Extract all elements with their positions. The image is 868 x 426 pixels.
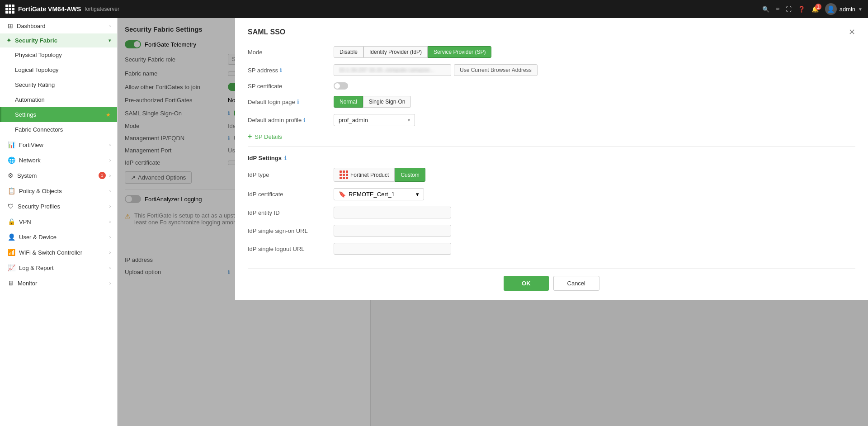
notification-bell[interactable]: 🔔 1 <box>811 6 819 13</box>
modal-close-button[interactable]: ✕ <box>849 27 855 37</box>
mode-disable-button[interactable]: Disable <box>334 46 363 58</box>
terminal-icon[interactable]: ⌨ <box>776 6 779 12</box>
sidebar-section-security-fabric[interactable]: ✦ Security Fabric ▾ <box>0 33 117 47</box>
label: Policy & Objects <box>19 188 106 194</box>
label: Network <box>19 157 106 164</box>
idp-entity-id-value <box>334 207 855 218</box>
log-icon: 📈 <box>8 264 15 271</box>
mode-form-label: Mode <box>248 49 329 56</box>
label: System <box>17 172 95 179</box>
idp-entity-id-input[interactable] <box>334 207 451 218</box>
user-menu[interactable]: 👤 admin ▼ <box>825 3 863 15</box>
server-name: fortigateserver <box>85 6 119 12</box>
default-login-row: Default login page ℹ Normal Single Sign-… <box>248 96 855 108</box>
sidebar-item-user-device[interactable]: 👤 User & Device › <box>0 229 117 245</box>
sp-details-label: SP Details <box>255 133 282 140</box>
fortiview-icon: 📊 <box>8 141 15 148</box>
sidebar-item-fabric-connectors[interactable]: Fabric Connectors <box>0 122 117 137</box>
cancel-button[interactable]: Cancel <box>553 276 599 291</box>
idp-slo-url-input[interactable] <box>334 243 451 255</box>
modal-overlay: SAML SSO ✕ Mode Disable Identity Provide… <box>118 18 868 426</box>
idp-cert-form-row: IdP certificate 🔖 REMOTE_Cert_1 ▾ <box>248 188 855 200</box>
admin-profile-value: prof_admin ▾ <box>334 114 855 126</box>
mode-form-value: Disable Identity Provider (IdP) Service … <box>334 46 855 58</box>
admin-profile-info-icon: ℹ <box>303 117 306 123</box>
label: WiFi & Switch Controller <box>19 249 106 256</box>
idp-slo-url-row: IdP single logout URL <box>248 243 855 255</box>
label: Physical Topology <box>15 52 111 58</box>
sidebar-item-automation[interactable]: Automation <box>0 92 117 107</box>
sidebar-item-dashboard[interactable]: ⊞ Dashboard › <box>0 18 117 33</box>
idp-sso-url-row: IdP single sign-on URL <box>248 225 855 237</box>
idp-entity-id-row: IdP entity ID <box>248 207 855 218</box>
ok-button[interactable]: OK <box>504 276 549 291</box>
label: VPN <box>19 218 106 225</box>
sp-address-row: SP address ℹ Use Current Browser Address <box>248 64 855 76</box>
label: Fabric Connectors <box>15 126 111 133</box>
sidebar-item-network[interactable]: 🌐 Network › <box>0 152 117 168</box>
sidebar-item-wifi-switch[interactable]: 📶 WiFi & Switch Controller › <box>0 245 117 260</box>
admin-profile-select[interactable]: prof_admin ▾ <box>334 114 415 126</box>
label: Automation <box>15 96 111 103</box>
sidebar-item-security-rating[interactable]: Security Rating <box>0 77 117 92</box>
topbar: FortiGate VM64-AWS fortigateserver 🔍 ⌨ ⛶… <box>0 0 868 18</box>
sidebar-item-fortiview[interactable]: 📊 FortiView › <box>0 137 117 152</box>
fullscreen-icon[interactable]: ⛶ <box>786 6 792 13</box>
idp-cert-form-label: IdP certificate <box>248 191 329 198</box>
chevron-icon: › <box>109 235 111 240</box>
sidebar-item-security-profiles[interactable]: 🛡 Security Profiles › <box>0 199 117 214</box>
network-icon: 🌐 <box>8 156 15 164</box>
admin-label: admin <box>840 6 855 13</box>
system-badge: 1 <box>99 172 106 179</box>
certificate-icon: 🔖 <box>339 191 346 198</box>
login-normal-button[interactable]: Normal <box>334 96 363 108</box>
main-layout: ⊞ Dashboard › ✦ Security Fabric ▾ Physic… <box>0 18 868 426</box>
policy-icon: 📋 <box>8 187 15 194</box>
mode-sp-button[interactable]: Service Provider (SP) <box>428 46 491 58</box>
sp-certificate-toggle[interactable] <box>334 82 348 90</box>
sidebar-label-dashboard: Dashboard <box>17 23 106 29</box>
chevron-icon: › <box>109 24 111 28</box>
vpn-icon: 🔒 <box>8 218 15 225</box>
label: FortiView <box>19 142 106 148</box>
chevron-icon: › <box>109 142 111 147</box>
mode-btn-group: Disable Identity Provider (IdP) Service … <box>334 46 491 58</box>
dashboard-icon: ⊞ <box>8 22 13 29</box>
modal-title: SAML SSO <box>248 28 285 36</box>
label: User & Device <box>19 234 106 241</box>
idp-cert-select[interactable]: 🔖 REMOTE_Cert_1 ▾ <box>334 188 424 200</box>
idp-fortinet-button[interactable]: Fortinet Product <box>334 168 395 182</box>
star-icon: ★ <box>106 112 111 118</box>
sidebar-item-vpn[interactable]: 🔒 VPN › <box>0 214 117 229</box>
sp-details-toggle[interactable]: + SP Details <box>248 133 855 141</box>
admin-profile-option: prof_admin <box>339 117 368 123</box>
system-icon: ⚙ <box>8 172 14 179</box>
sidebar-item-log-report[interactable]: 📈 Log & Report › <box>0 260 117 275</box>
sidebar-item-logical-topology[interactable]: Logical Topology <box>0 62 117 77</box>
sidebar-item-monitor[interactable]: 🖥 Monitor › <box>0 275 117 291</box>
sidebar-item-physical-topology[interactable]: Physical Topology <box>0 47 117 62</box>
sidebar-item-system[interactable]: ⚙ System 1 › <box>0 168 117 183</box>
label: Log & Report <box>19 265 106 271</box>
idp-custom-button[interactable]: Custom <box>395 168 425 182</box>
avatar: 👤 <box>825 3 837 15</box>
sidebar-item-settings[interactable]: Settings ★ <box>0 107 117 122</box>
login-sso-button[interactable]: Single Sign-On <box>363 96 411 108</box>
idp-sso-url-value <box>334 225 855 237</box>
use-browser-address-button[interactable]: Use Current Browser Address <box>454 64 538 76</box>
mode-idp-button[interactable]: Identity Provider (IdP) <box>363 46 428 58</box>
help-icon[interactable]: ❓ <box>798 6 805 13</box>
sp-address-input[interactable] <box>334 64 451 76</box>
sp-certificate-value <box>334 82 855 90</box>
mode-form-row: Mode Disable Identity Provider (IdP) Ser… <box>248 46 855 58</box>
idp-type-btn-group: Fortinet Product Custom <box>334 168 425 182</box>
sidebar-item-policy-objects[interactable]: 📋 Policy & Objects › <box>0 183 117 199</box>
sp-certificate-row: SP certificate <box>248 82 855 90</box>
idp-sso-url-input[interactable] <box>334 225 451 237</box>
idp-slo-url-label: IdP single logout URL <box>248 246 329 252</box>
chevron-down-icon: ▾ <box>416 191 419 198</box>
chevron-icon: › <box>109 173 111 178</box>
chevron-icon: › <box>109 219 111 224</box>
search-icon[interactable]: 🔍 <box>762 6 769 13</box>
security-fabric-icon: ✦ <box>6 37 11 44</box>
